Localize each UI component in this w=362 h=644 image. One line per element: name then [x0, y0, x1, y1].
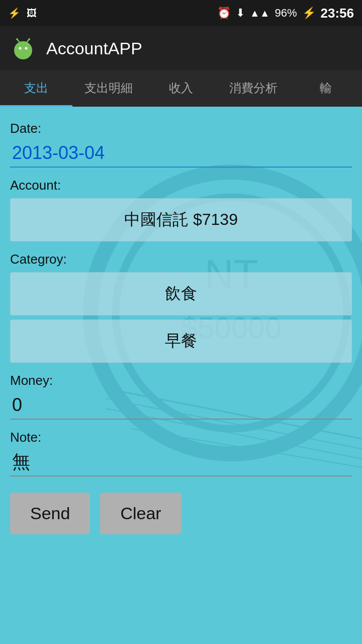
account-field-group: Account: 中國信託 $7139: [10, 178, 352, 242]
tab-income[interactable]: 收入: [145, 70, 217, 107]
category-label: Categroy:: [10, 252, 352, 267]
usb-icon: ⚡: [8, 7, 21, 19]
category-button[interactable]: 飲食: [10, 272, 352, 315]
account-label: Account:: [10, 178, 352, 193]
action-buttons: Send Clear: [10, 493, 352, 534]
signal-icon: ▲▲: [250, 8, 270, 19]
app-title: AccountAPP: [46, 39, 142, 58]
account-button[interactable]: 中國信託 $7139: [10, 198, 352, 242]
alarm-icon: ⏰: [217, 7, 231, 20]
clear-button[interactable]: Clear: [100, 493, 181, 534]
date-input[interactable]: [10, 139, 352, 168]
tab-expense-detail[interactable]: 支出明細: [72, 70, 145, 107]
form-section: Date: Account: 中國信託 $7139 Categroy: 飲食 早…: [10, 121, 352, 534]
tab-bar: 支出 支出明細 收入 消費分析 輸: [0, 70, 362, 107]
status-right-icons: ⏰ ⬇ ▲▲ 96% ⚡ 23:56: [217, 6, 354, 21]
image-icon: 🖼: [27, 8, 37, 19]
category-field-group: Categroy: 飲食 早餐: [10, 252, 352, 363]
tab-analysis[interactable]: 消費分析: [217, 70, 290, 107]
note-label: Note:: [10, 430, 352, 445]
svg-rect-2: [28, 49, 31, 55]
svg-point-5: [25, 47, 28, 50]
app-logo-icon: [10, 35, 36, 61]
download-icon: ⬇: [236, 7, 245, 20]
status-time: 23:56: [321, 6, 354, 21]
money-label: Money:: [10, 373, 352, 388]
note-field-group: Note:: [10, 430, 352, 476]
svg-point-4: [19, 47, 22, 50]
svg-rect-1: [15, 49, 18, 55]
money-field-group: Money:: [10, 373, 352, 420]
svg-point-9: [28, 38, 30, 40]
tab-more[interactable]: 輸: [290, 70, 362, 107]
battery-icon: ⚡: [302, 7, 316, 20]
date-field-group: Date:: [10, 121, 352, 168]
send-button[interactable]: Send: [10, 493, 90, 534]
tab-expense[interactable]: 支出: [0, 70, 72, 107]
main-content: NT $50000 Date: Account: 中國信託 $7139 Cate…: [0, 107, 362, 644]
status-left-icons: ⚡ 🖼: [8, 7, 37, 19]
battery-percent: 96%: [275, 7, 297, 20]
status-bar: ⚡ 🖼 ⏰ ⬇ ▲▲ 96% ⚡ 23:56: [0, 0, 362, 26]
date-label: Date:: [10, 121, 352, 136]
money-input[interactable]: [10, 391, 352, 420]
subcategory-button[interactable]: 早餐: [10, 319, 352, 363]
app-bar: AccountAPP: [0, 26, 362, 70]
note-input[interactable]: [10, 448, 352, 476]
svg-point-8: [16, 38, 18, 40]
